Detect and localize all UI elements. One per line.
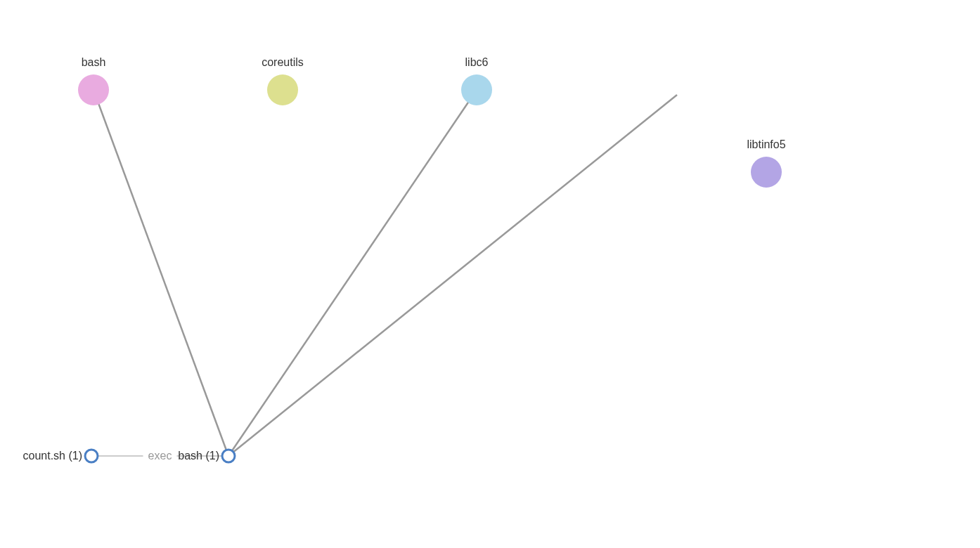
graph-node-coreutils[interactable]: coreutils — [262, 56, 304, 105]
graph-node-libtinfo5[interactable]: libtinfo5 — [747, 138, 785, 188]
node-circle[interactable] — [222, 450, 235, 462]
graph-node-bash-pkg[interactable]: bash — [78, 56, 109, 105]
node-label: libtinfo5 — [747, 138, 785, 150]
graph-edge — [228, 90, 477, 456]
dependency-graph[interactable]: execbashcoreutilslibc6libtinfo5count.sh … — [0, 0, 980, 548]
node-label: bash — [82, 56, 106, 68]
node-circle[interactable] — [78, 74, 109, 105]
node-label: bash (1) — [178, 450, 219, 462]
graph-edge — [94, 90, 228, 456]
node-label: count.sh (1) — [23, 450, 82, 462]
node-circle[interactable] — [85, 450, 98, 462]
graph-node-count-sh[interactable]: count.sh (1) — [23, 450, 98, 462]
node-circle[interactable] — [267, 74, 298, 105]
graph-edge — [228, 95, 677, 456]
node-circle[interactable] — [461, 74, 492, 105]
node-label: libc6 — [465, 56, 489, 68]
node-circle[interactable] — [751, 157, 782, 188]
edge-label: exec — [148, 450, 172, 462]
graph-node-bash-proc[interactable]: bash (1) — [178, 450, 235, 462]
node-label: coreutils — [262, 56, 304, 68]
graph-node-libc6[interactable]: libc6 — [461, 56, 492, 105]
